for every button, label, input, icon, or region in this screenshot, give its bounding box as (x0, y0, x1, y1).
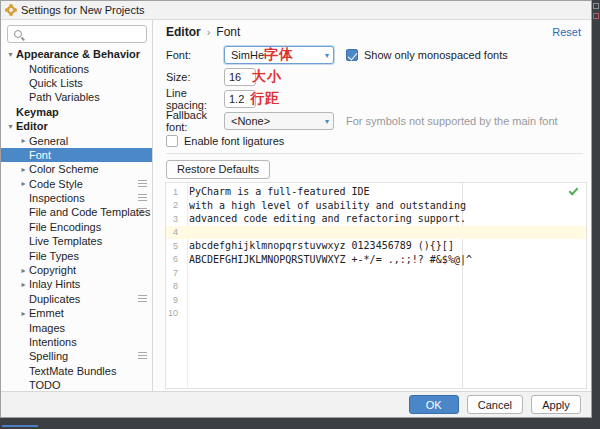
settings-sidebar: ▾Appearance & BehaviorNotificationsQuick… (1, 20, 153, 391)
sidebar-item-intentions[interactable]: Intentions (1, 335, 152, 349)
ide-notification-icon (593, 13, 599, 19)
sidebar-item-file-encodings[interactable]: File Encodings (1, 220, 152, 234)
dialog-titlebar[interactable]: Settings for New Projects (1, 1, 591, 20)
per-section-settings-icon (138, 180, 147, 188)
ligatures-checkbox[interactable] (166, 135, 178, 147)
sidebar-item-copyright[interactable]: ▸Copyright (1, 263, 152, 277)
sidebar-item-label: Code Style (29, 178, 83, 190)
preview-line[interactable]: 5abcdefghijklmnopqrstuvwxyz 0123456789 (… (166, 239, 586, 253)
fallback-font-hint: For symbols not supported by the main fo… (346, 115, 558, 127)
chevron-right-icon[interactable]: ▸ (18, 136, 29, 145)
font-label: Font: (166, 49, 224, 61)
sidebar-item-code-style[interactable]: ▸Code Style (1, 177, 152, 191)
sidebar-item-label: TODO (29, 379, 61, 391)
sidebar-item-duplicates[interactable]: Duplicates (1, 292, 152, 306)
sidebar-item-appearance-behavior[interactable]: ▾Appearance & Behavior (1, 47, 152, 61)
line-text: PyCharm is a full-featured IDE (189, 186, 370, 197)
chevron-right-icon[interactable]: ▸ (18, 266, 29, 275)
sidebar-item-notifications[interactable]: Notifications (1, 61, 152, 75)
monospaced-checkbox-row[interactable]: Show only monospaced fonts (346, 49, 508, 61)
apply-button[interactable]: Apply (531, 395, 581, 414)
line-number: 1 (166, 187, 183, 197)
sidebar-item-label: Quick Lists (29, 77, 83, 89)
sidebar-item-inspections[interactable]: Inspections (1, 191, 152, 205)
preview-line[interactable]: 4 (166, 226, 586, 240)
font-row: Font: SimHei ▾ Show only monospaced font… (166, 46, 583, 64)
ok-button[interactable]: OK (409, 395, 459, 414)
chevron-right-icon[interactable]: ▸ (18, 280, 29, 289)
breadcrumb-editor[interactable]: Editor (166, 25, 201, 39)
sidebar-item-label: Color Scheme (29, 163, 99, 175)
search-icon (14, 30, 22, 38)
sidebar-item-file-and-code-templates[interactable]: File and Code Templates (1, 205, 152, 219)
per-section-settings-icon (138, 194, 147, 202)
line-spacing-input[interactable]: 1.2 (224, 90, 256, 108)
chevron-right-icon[interactable]: ▸ (18, 165, 29, 174)
reset-link[interactable]: Reset (552, 26, 581, 38)
ide-screen: Settings for New Projects ▾Appearance & … (0, 0, 600, 429)
dialog-button-bar: OK Cancel Apply (1, 391, 591, 417)
chevron-right-icon[interactable]: ▸ (18, 179, 29, 188)
monospaced-checkbox[interactable] (346, 49, 358, 61)
line-text: advanced code editing and refactoring su… (189, 213, 466, 224)
line-number: 5 (166, 241, 183, 251)
line-text: with a high level of usability and outst… (189, 200, 466, 211)
sidebar-item-path-variables[interactable]: Path Variables (1, 90, 152, 104)
chevron-down-icon: ▾ (319, 117, 329, 126)
sidebar-item-spelling[interactable]: Spelling (1, 349, 152, 363)
preview-lines: 1PyCharm is a full-featured IDE2with a h… (166, 185, 586, 320)
sidebar-item-todo[interactable]: TODO (1, 378, 152, 392)
sidebar-item-inlay-hints[interactable]: ▸Inlay Hints (1, 277, 152, 291)
sidebar-item-quick-lists[interactable]: Quick Lists (1, 76, 152, 90)
line-number: 8 (166, 281, 183, 291)
dialog-title: Settings for New Projects (21, 4, 145, 16)
ligatures-checkbox-label: Enable font ligatures (184, 135, 284, 147)
sidebar-item-textmate-bundles[interactable]: TextMate Bundles (1, 364, 152, 378)
sidebar-item-color-scheme[interactable]: ▸Color Scheme (1, 162, 152, 176)
sidebar-item-editor[interactable]: ▾Editor (1, 119, 152, 133)
preview-line[interactable]: 3advanced code editing and refactoring s… (166, 212, 586, 226)
sidebar-item-font[interactable]: Font (1, 148, 152, 162)
preview-line[interactable]: 8 (166, 280, 586, 294)
line-spacing-value: 1.2 (229, 93, 244, 105)
sidebar-item-images[interactable]: Images (1, 320, 152, 334)
sidebar-item-label: General (29, 135, 68, 147)
sidebar-item-label: Spelling (29, 350, 68, 362)
background-console-link (2, 420, 38, 427)
preview-line[interactable]: 1PyCharm is a full-featured IDE (166, 185, 586, 199)
font-settings-form: Font: SimHei ▾ Show only monospaced font… (166, 46, 583, 179)
sidebar-item-label: Copyright (29, 264, 76, 276)
breadcrumb-font: Font (216, 25, 240, 39)
fallback-font-select[interactable]: <None> ▾ (224, 112, 334, 130)
line-number: 10 (166, 308, 183, 318)
size-input[interactable]: 16 (224, 68, 256, 86)
sidebar-item-label: TextMate Bundles (29, 365, 116, 377)
preview-line[interactable]: 9 (166, 293, 586, 307)
settings-search-box[interactable] (7, 25, 147, 43)
size-row: Size: 16 (166, 68, 583, 86)
preview-line[interactable]: 6ABCDEFGHIJKLMNOPQRSTUVWXYZ +-*/= .,:;!?… (166, 253, 586, 267)
sidebar-item-label: Inspections (29, 192, 85, 204)
chevron-right-icon[interactable]: ▸ (18, 309, 29, 318)
sidebar-item-label: Notifications (29, 63, 89, 75)
sidebar-item-general[interactable]: ▸General (1, 133, 152, 147)
ligatures-checkbox-row[interactable]: Enable font ligatures (166, 135, 284, 147)
line-spacing-label: Line spacing: (166, 87, 224, 111)
sidebar-item-file-types[interactable]: File Types (1, 248, 152, 262)
cancel-button[interactable]: Cancel (467, 395, 523, 414)
settings-tree: ▾Appearance & BehaviorNotificationsQuick… (1, 47, 152, 392)
restore-defaults-button[interactable]: Restore Defaults (166, 160, 270, 179)
line-number: 6 (166, 254, 183, 264)
sidebar-item-live-templates[interactable]: Live Templates (1, 234, 152, 248)
preview-line[interactable]: 7 (166, 266, 586, 280)
preview-line[interactable]: 2with a high level of usability and outs… (166, 199, 586, 213)
font-family-select[interactable]: SimHei ▾ (224, 46, 334, 64)
preview-line[interactable]: 10 (166, 307, 586, 321)
sidebar-item-emmet[interactable]: ▸Emmet (1, 306, 152, 320)
monospaced-checkbox-label: Show only monospaced fonts (364, 49, 508, 61)
settings-search-input[interactable] (28, 27, 144, 41)
chevron-down-icon[interactable]: ▾ (5, 122, 16, 131)
font-preview-editor[interactable]: 1PyCharm is a full-featured IDE2with a h… (165, 182, 587, 389)
sidebar-item-keymap[interactable]: Keymap (1, 105, 152, 119)
chevron-down-icon[interactable]: ▾ (5, 50, 16, 59)
